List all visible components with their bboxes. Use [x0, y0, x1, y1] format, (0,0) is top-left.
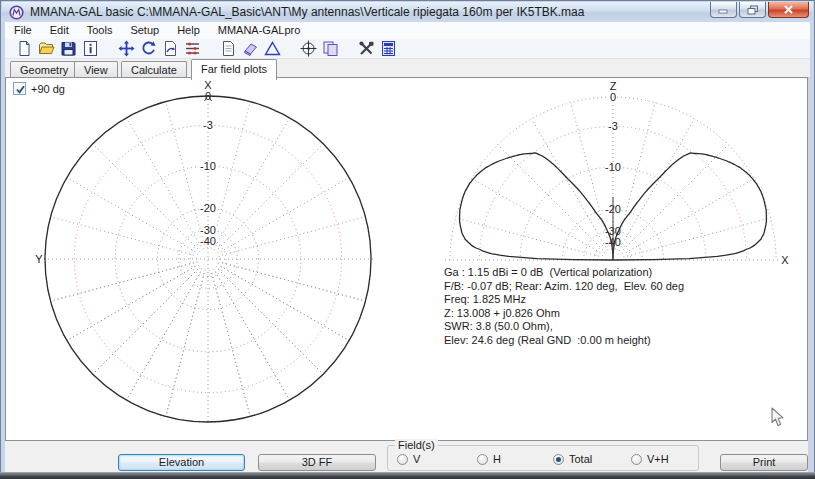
- wire-page-icon[interactable]: [162, 40, 179, 57]
- menu-setup[interactable]: Setup: [121, 22, 168, 39]
- rotate-icon[interactable]: [140, 40, 157, 57]
- toolbar: [5, 39, 810, 59]
- save-file-icon[interactable]: [60, 40, 77, 57]
- sheet-icon[interactable]: [220, 40, 237, 57]
- result-gain: Ga : 1.15 dBi = 0 dB (Vertical polarizat…: [444, 266, 684, 280]
- triangle-icon[interactable]: [264, 40, 281, 57]
- svg-text:X: X: [204, 79, 212, 91]
- menu-help[interactable]: Help: [168, 22, 209, 39]
- calculation-results: Ga : 1.15 dBi = 0 dB (Vertical polarizat…: [444, 266, 684, 347]
- print-button[interactable]: Print: [720, 454, 808, 471]
- restore-button[interactable]: [739, 2, 766, 18]
- fields-groupbox: Field(s) V H Total V+H: [387, 445, 699, 471]
- eraser-icon[interactable]: [242, 40, 259, 57]
- svg-text:-40: -40: [200, 235, 216, 247]
- app-icon: [9, 5, 24, 20]
- elevation-pattern-plot: 0-3-10-20-30-40ZX: [441, 79, 793, 265]
- menu-tools[interactable]: Tools: [78, 22, 122, 39]
- svg-text:-3: -3: [608, 120, 618, 132]
- tools-icon[interactable]: [358, 40, 375, 57]
- svg-text:X: X: [781, 254, 789, 265]
- wire-lines-icon[interactable]: [184, 40, 201, 57]
- azimuth-pattern-plot: 0-3-10-20-30-40XY: [31, 79, 383, 429]
- svg-text:Z: Z: [610, 80, 617, 92]
- mouse-cursor: [771, 407, 785, 428]
- svg-text:-30: -30: [200, 224, 216, 236]
- info-icon[interactable]: [82, 40, 99, 57]
- tab-view[interactable]: View: [74, 61, 118, 78]
- menu-bar: File Edit Tools Setup Help MMANA-GALpro: [5, 22, 810, 39]
- result-frequency: Freq: 1.825 MHz: [444, 293, 684, 307]
- svg-text:-20: -20: [200, 202, 216, 214]
- radio-v-label: V: [413, 453, 420, 465]
- radio-h-label: H: [493, 453, 501, 465]
- result-impedance: Z: 13.008 + j0.826 Ohm: [444, 307, 684, 321]
- fields-groupbox-label: Field(s): [395, 439, 438, 451]
- move-icon[interactable]: [118, 40, 135, 57]
- svg-text:0: 0: [610, 91, 616, 103]
- tab-far-field-plots[interactable]: Far field plots: [191, 59, 277, 80]
- result-fb-ratio: F/B: -0.07 dB; Rear: Azim. 120 deg, Elev…: [444, 280, 684, 294]
- target-icon[interactable]: [300, 40, 317, 57]
- 3d-ff-button[interactable]: 3D FF: [258, 454, 376, 471]
- svg-text:-3: -3: [203, 119, 213, 131]
- plus90-checkbox-label: +90 dg: [31, 83, 65, 95]
- tab-geometry[interactable]: Geometry: [10, 61, 78, 78]
- radio-total[interactable]: [553, 454, 564, 465]
- menu-mmana-galpro[interactable]: MMANA-GALpro: [209, 22, 310, 39]
- new-file-icon[interactable]: [16, 40, 33, 57]
- menu-file[interactable]: File: [5, 22, 41, 39]
- window-title: MMANA-GAL basic C:\MMANA-GAL_Basic\ANT\M…: [30, 5, 584, 19]
- menu-edit[interactable]: Edit: [41, 22, 78, 39]
- radio-v-plus-h[interactable]: [631, 454, 642, 465]
- radio-h[interactable]: [477, 454, 488, 465]
- result-swr: SWR: 3.8 (50.0 Ohm),: [444, 320, 684, 334]
- svg-text:-10: -10: [200, 160, 216, 172]
- tab-calculate[interactable]: Calculate: [121, 61, 187, 78]
- plus90-checkbox[interactable]: [13, 82, 26, 95]
- svg-text:Y: Y: [35, 253, 43, 265]
- application-window: MMANA-GAL basic C:\MMANA-GAL_Basic\ANT\M…: [0, 0, 815, 473]
- open-file-icon[interactable]: [38, 40, 55, 57]
- bottom-control-bar: Elevation 3D FF Field(s) V H Total V+H P…: [5, 441, 808, 472]
- radio-v-plus-h-label: V+H: [647, 453, 669, 465]
- title-bar[interactable]: MMANA-GAL basic C:\MMANA-GAL_Basic\ANT\M…: [2, 2, 813, 22]
- close-button[interactable]: [768, 2, 809, 18]
- radio-total-label: Total: [569, 453, 592, 465]
- tab-bar: Geometry View Calculate Far field plots: [5, 59, 810, 77]
- calculator-icon[interactable]: [380, 40, 397, 57]
- copy-icon[interactable]: [322, 40, 339, 57]
- radio-v[interactable]: [397, 454, 408, 465]
- check-icon: [14, 83, 27, 96]
- result-elevation: Elev: 24.6 deg (Real GND :0.00 m height): [444, 334, 684, 348]
- minimize-button[interactable]: [710, 2, 737, 18]
- elevation-button[interactable]: Elevation: [118, 454, 245, 471]
- svg-text:-10: -10: [605, 161, 621, 173]
- taskbar-edge: [0, 472, 815, 479]
